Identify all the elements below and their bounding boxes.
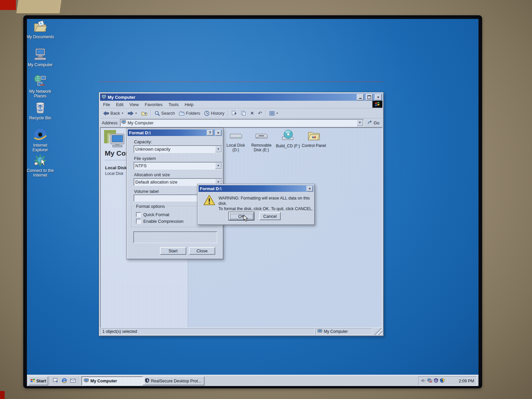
- views-button[interactable]: ▼: [267, 110, 280, 117]
- window-titlebar[interactable]: My Computer ×: [100, 93, 382, 101]
- capacity-dropdown-button[interactable]: ▼: [215, 146, 221, 152]
- item-build-cd-f[interactable]: Build_CD (F:): [275, 129, 301, 148]
- close-button[interactable]: ×: [375, 94, 382, 100]
- red-marker-bottom: [0, 391, 5, 399]
- network-error-icon[interactable]: [427, 378, 432, 384]
- quick-launch-internet-explorer[interactable]: [61, 377, 68, 384]
- format-dialog-titlebar[interactable]: Format D:\ ? ×: [128, 129, 222, 136]
- close-format-button[interactable]: Close: [189, 247, 215, 255]
- menu-favorites[interactable]: Favorites: [142, 101, 165, 108]
- quick-format-checkbox[interactable]: [136, 212, 141, 217]
- minimize-button[interactable]: [357, 94, 364, 100]
- shield-icon[interactable]: [434, 378, 438, 384]
- status-zone: My Computer: [315, 328, 372, 335]
- desktop-icon-internet-explorer[interactable]: Internet Explorer: [27, 128, 55, 152]
- item-label: Build_CD (F:): [276, 144, 300, 148]
- up-folder-icon: [141, 111, 147, 116]
- forward-button[interactable]: ▼: [126, 110, 139, 117]
- system-tray: 2:09 PM: [418, 376, 477, 385]
- item-removable-disk-e[interactable]: Removable Disk (E:): [248, 132, 274, 152]
- task-realsecure[interactable]: RealSecure Desktop Prot...: [143, 376, 204, 385]
- menu-edit[interactable]: Edit: [113, 101, 126, 108]
- quick-format-row[interactable]: Quick Format: [136, 212, 169, 217]
- address-value: My Computer: [128, 120, 154, 125]
- back-dropdown-caret[interactable]: ▼: [121, 112, 124, 114]
- desktop-icon-label: Recycle Bin: [29, 116, 51, 120]
- copy-to-button[interactable]: [239, 110, 248, 117]
- warning-titlebar[interactable]: Format D:\ ×: [199, 185, 314, 192]
- file-system-combo[interactable]: NTFS ▼: [134, 162, 222, 170]
- enable-compression-checkbox[interactable]: [136, 219, 141, 224]
- ok-button[interactable]: OK: [229, 212, 254, 220]
- folders-icon: [179, 111, 185, 116]
- internet-explorer-icon: [27, 128, 55, 142]
- go-button[interactable]: Go: [366, 120, 381, 126]
- desktop-icon-label: My Computer: [28, 63, 53, 67]
- format-dialog-title: Format D:\: [129, 130, 205, 135]
- desktop-icon-label: My Documents: [27, 35, 54, 39]
- volume-icon[interactable]: [421, 378, 426, 384]
- format-close-button[interactable]: ×: [215, 130, 221, 136]
- copy-to-icon: [241, 111, 246, 116]
- menu-file[interactable]: File: [100, 101, 113, 108]
- search-button[interactable]: Search: [153, 110, 177, 117]
- warning-message: WARNING: Formatting will erase ALL data …: [218, 196, 315, 211]
- desktop-icon-label: Connect to the Internet: [27, 168, 54, 178]
- menu-tools[interactable]: Tools: [166, 101, 182, 108]
- enable-compression-row[interactable]: Enable Compression: [136, 219, 184, 224]
- show-desktop-icon: [53, 378, 59, 383]
- forward-dropdown-caret[interactable]: ▼: [135, 112, 137, 114]
- desktop-icon-my-network-places[interactable]: My Network Places: [27, 74, 55, 98]
- menu-view[interactable]: View: [126, 101, 142, 108]
- folders-button[interactable]: Folders: [177, 110, 202, 117]
- views-dropdown-caret[interactable]: ▼: [276, 112, 278, 114]
- item-label: Removable Disk (E:): [251, 143, 272, 152]
- desktop-icon-my-documents[interactable]: My Documents: [27, 21, 55, 39]
- menu-help[interactable]: Help: [182, 101, 197, 108]
- capacity-label: Capacity:: [134, 139, 152, 144]
- hard-disk-icon: [223, 132, 249, 142]
- status-selection: 1 object(s) selected: [100, 328, 315, 335]
- format-progress-box: [133, 231, 217, 243]
- address-bar: Address My Computer ▼ Go: [100, 118, 382, 127]
- status-bar: 1 object(s) selected My Computer: [100, 328, 382, 335]
- crt-bezel: My Documents My Computer: [23, 15, 482, 388]
- taskbar-separator: [78, 377, 79, 384]
- desktop-icon-my-computer[interactable]: My Computer: [27, 48, 55, 67]
- start-button[interactable]: Start: [160, 247, 186, 255]
- desktop-icon-recycle-bin[interactable]: Recycle Bin: [27, 101, 55, 120]
- start-button-taskbar[interactable]: Start: [28, 376, 48, 385]
- task-my-computer[interactable]: My Computer: [81, 376, 145, 385]
- status-computer-icon: [318, 329, 322, 334]
- format-help-button[interactable]: ?: [207, 130, 213, 136]
- history-button[interactable]: History: [202, 110, 226, 117]
- item-local-disk-d[interactable]: Local Disk (D:): [223, 132, 249, 152]
- back-button[interactable]: Back ▼: [101, 110, 126, 117]
- toolbar: Back ▼ ▼ Search Folders: [100, 108, 382, 118]
- cancel-button[interactable]: Cancel: [259, 212, 281, 220]
- move-to-icon: [232, 111, 237, 116]
- desktop-icon-connect-to-the-internet[interactable]: Connect to the Internet: [27, 154, 55, 178]
- file-system-dropdown-button[interactable]: ▼: [215, 163, 221, 169]
- resize-grip[interactable]: [373, 328, 382, 335]
- connect-to-the-internet-icon: [27, 154, 55, 167]
- taskbar: Start My Computer RealSecure Desktop Pro…: [27, 375, 478, 386]
- quick-launch-outlook[interactable]: [69, 377, 76, 384]
- history-icon: [204, 111, 209, 116]
- address-dropdown-button[interactable]: ▼: [357, 120, 363, 126]
- item-label: Control Panel: [302, 143, 326, 148]
- undo-button[interactable]: ↶: [256, 109, 264, 117]
- delete-button[interactable]: ✕: [248, 110, 256, 117]
- quick-launch-show-desktop[interactable]: [52, 377, 59, 384]
- red-marker-top: [0, 0, 16, 10]
- warning-close-button[interactable]: ×: [307, 186, 313, 192]
- item-control-panel[interactable]: Control Panel: [301, 130, 327, 148]
- desktop-icon-label: Internet Explorer: [33, 143, 48, 152]
- up-button[interactable]: [139, 110, 149, 117]
- format-options-label: Format options: [135, 204, 166, 209]
- realsecure-tray-icon[interactable]: [440, 378, 445, 384]
- move-to-button[interactable]: [230, 110, 239, 117]
- address-combo[interactable]: My Computer ▼: [120, 119, 364, 127]
- capacity-combo[interactable]: Unknown capacity ▼: [134, 145, 222, 153]
- maximize-button[interactable]: [366, 94, 373, 100]
